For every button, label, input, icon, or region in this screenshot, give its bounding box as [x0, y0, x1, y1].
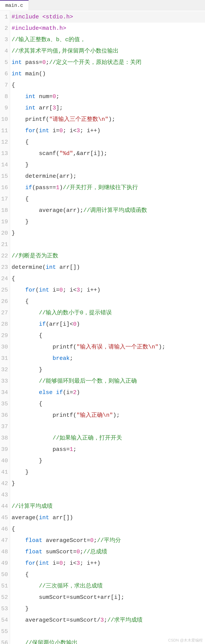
code-line[interactable]	[10, 626, 205, 637]
token-kw: if	[25, 184, 32, 191]
token-id: ; i++)	[80, 560, 100, 566]
token-cm: //开关打开，则继续往下执行	[63, 184, 138, 191]
token-kw: int	[39, 128, 49, 134]
line-number: 41	[1, 466, 8, 478]
code-editor[interactable]: 1234567891011121314151617181920212223242…	[0, 10, 205, 644]
line-number: 26	[1, 296, 8, 307]
token-id	[12, 640, 25, 644]
code-line[interactable]: }	[10, 216, 205, 228]
code-line[interactable]: }	[10, 364, 205, 376]
line-number: 2	[1, 22, 8, 34]
token-num: 0	[90, 537, 94, 544]
code-line[interactable]: for(int i=0; i<3; i++)	[10, 284, 205, 296]
code-line[interactable]: {	[10, 569, 205, 580]
code-line[interactable]: }	[10, 466, 205, 478]
code-line[interactable]: pass=1;	[10, 444, 205, 455]
code-line[interactable]: //输入的数小于0，提示错误	[10, 307, 205, 318]
code-line[interactable]: {	[10, 136, 205, 148]
code-line[interactable]: int num=0;	[10, 91, 205, 102]
code-line[interactable]: else if(i=2)	[10, 387, 205, 398]
tab-main-c[interactable]: main.c	[0, 0, 29, 10]
code-line[interactable]: //计算平均成绩	[10, 500, 205, 512]
token-id	[12, 389, 39, 396]
code-line[interactable]: {	[10, 273, 205, 284]
code-line[interactable]: average(int arr[])	[10, 512, 205, 523]
token-id: pass=	[22, 59, 42, 66]
token-id: }	[12, 469, 29, 475]
code-line[interactable]: average(arr);//调用计算平均成绩函数	[10, 205, 205, 216]
token-num: 3	[77, 287, 80, 293]
code-area[interactable]: #include <stdio.h>#include<math.h>//输入正整…	[10, 10, 205, 644]
code-line[interactable]: printf("输入有误，请输入一个正数\n");	[10, 341, 205, 353]
code-line[interactable]: scanf("%d",&arr[i]);	[10, 148, 205, 159]
token-id: average(	[12, 514, 39, 521]
token-id: ];	[56, 105, 63, 111]
code-line[interactable]: printf("输入正确\n");	[10, 410, 205, 421]
token-str: "输入正确\n"	[77, 412, 113, 418]
code-line[interactable]: int main()	[10, 68, 205, 80]
token-cm: //求平均成绩	[107, 617, 143, 623]
token-id: {	[12, 571, 29, 578]
token-id: (	[36, 287, 39, 293]
token-cm: //平均分	[97, 537, 121, 544]
token-id: ;	[73, 446, 77, 452]
code-line[interactable]: determine(int arr[])	[10, 262, 205, 273]
code-line[interactable]: averageScort=sumScort/3;//求平均成绩	[10, 614, 205, 626]
token-id: ; i++)	[80, 128, 100, 134]
code-line[interactable]: }	[10, 455, 205, 466]
token-cm: //输入正整数a、b、c的值，	[12, 36, 86, 43]
code-line[interactable]: printf("请输入三个正整数\n");	[10, 114, 205, 125]
token-kw: if	[39, 321, 46, 328]
code-line[interactable]: {	[10, 398, 205, 410]
code-line[interactable]: }	[10, 478, 205, 489]
token-id: {	[12, 298, 29, 305]
code-line[interactable]: //输入正整数a、b、c的值，	[10, 34, 205, 45]
code-line[interactable]: {	[10, 296, 205, 307]
token-kw: int	[12, 59, 22, 66]
code-line[interactable]: //判断是否为正数	[10, 250, 205, 262]
code-line[interactable]: //能够循环到最后一个数，则输入正确	[10, 376, 205, 387]
code-line[interactable]: {	[10, 523, 205, 535]
token-num: 0	[59, 287, 63, 293]
line-number: 44	[1, 500, 8, 512]
line-number: 36	[1, 410, 8, 421]
token-id: main()	[22, 70, 46, 77]
code-line[interactable]: }	[10, 603, 205, 614]
code-line[interactable]: //求其算术平均值,并保留两个小数位输出	[10, 45, 205, 57]
code-line[interactable]: #include <stdio.h>	[10, 11, 205, 22]
code-line[interactable]: float averageScort=0;//平均分	[10, 535, 205, 546]
token-id: ;	[46, 59, 49, 66]
code-line[interactable]: {	[10, 193, 205, 205]
token-id: determine(arr);	[12, 173, 77, 180]
code-line[interactable]: int pass=0;//定义一个开关，原始状态是：关闭	[10, 57, 205, 68]
token-id	[12, 184, 25, 191]
code-line[interactable]: int arr[3];	[10, 102, 205, 114]
code-line[interactable]: //如果输入正确，打开开关	[10, 432, 205, 444]
code-line[interactable]: sumScort=sumScort+arr[i];	[10, 592, 205, 603]
code-line[interactable]: for(int i=0; i<3; i++)	[10, 558, 205, 569]
code-line[interactable]: break;	[10, 353, 205, 364]
code-line[interactable]	[10, 421, 205, 432]
code-line[interactable]: float sumScort=0;//总成绩	[10, 546, 205, 558]
code-line[interactable]: for(int i=0; i<3; i++)	[10, 125, 205, 136]
code-line[interactable]	[10, 489, 205, 500]
code-line[interactable]: if(arr[i]<0)	[10, 318, 205, 330]
code-line[interactable]: {	[10, 330, 205, 341]
code-line[interactable]: #include<math.h>	[10, 22, 205, 34]
line-number: 5	[1, 57, 8, 68]
line-number: 15	[1, 170, 8, 182]
line-number: 43	[1, 489, 8, 500]
token-kw: float	[25, 537, 42, 544]
code-line[interactable]: {	[10, 80, 205, 91]
code-line[interactable]: }	[10, 159, 205, 170]
code-line[interactable]	[10, 239, 205, 250]
token-kw: for	[25, 287, 36, 293]
token-id: {	[12, 401, 42, 407]
code-line[interactable]: if(pass==1)//开关打开，则继续往下执行	[10, 182, 205, 193]
token-kw: for	[25, 560, 36, 566]
line-number: 45	[1, 512, 8, 523]
code-line[interactable]: //三次循环，求出总成绩	[10, 580, 205, 592]
token-id: printf(	[12, 344, 77, 350]
code-line[interactable]: determine(arr);	[10, 170, 205, 182]
code-line[interactable]: }	[10, 228, 205, 239]
